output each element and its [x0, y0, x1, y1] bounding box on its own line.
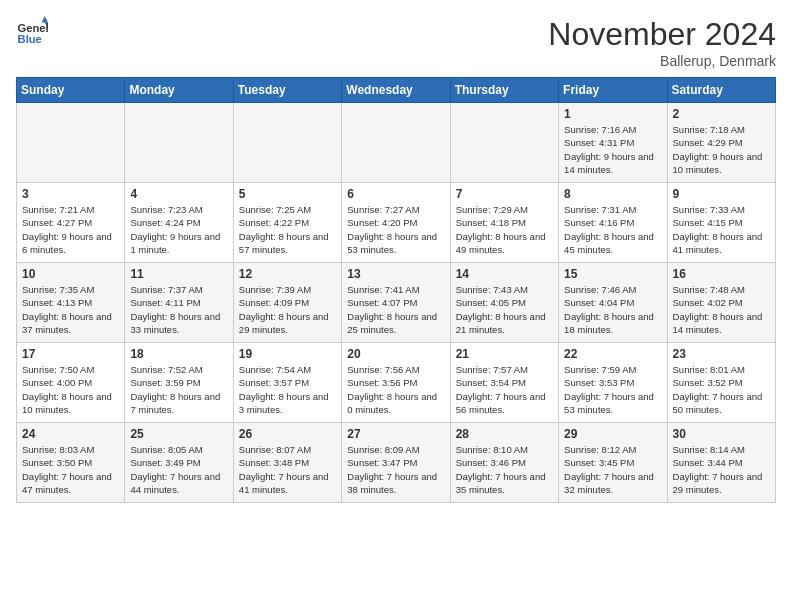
day-number: 7 [456, 187, 553, 201]
day-number: 4 [130, 187, 227, 201]
calendar-cell: 19Sunrise: 7:54 AMSunset: 3:57 PMDayligh… [233, 343, 341, 423]
svg-marker-2 [42, 16, 48, 22]
calendar-cell: 27Sunrise: 8:09 AMSunset: 3:47 PMDayligh… [342, 423, 450, 503]
day-number: 21 [456, 347, 553, 361]
calendar-cell: 3Sunrise: 7:21 AMSunset: 4:27 PMDaylight… [17, 183, 125, 263]
calendar-cell: 17Sunrise: 7:50 AMSunset: 4:00 PMDayligh… [17, 343, 125, 423]
day-info: Sunrise: 7:29 AMSunset: 4:18 PMDaylight:… [456, 203, 553, 256]
day-number: 22 [564, 347, 661, 361]
svg-text:Blue: Blue [18, 33, 42, 45]
calendar-cell: 29Sunrise: 8:12 AMSunset: 3:45 PMDayligh… [559, 423, 667, 503]
calendar-cell: 24Sunrise: 8:03 AMSunset: 3:50 PMDayligh… [17, 423, 125, 503]
calendar-cell: 4Sunrise: 7:23 AMSunset: 4:24 PMDaylight… [125, 183, 233, 263]
day-info: Sunrise: 7:57 AMSunset: 3:54 PMDaylight:… [456, 363, 553, 416]
day-number: 17 [22, 347, 119, 361]
calendar-cell: 11Sunrise: 7:37 AMSunset: 4:11 PMDayligh… [125, 263, 233, 343]
calendar-title: November 2024 [548, 16, 776, 53]
calendar-cell: 14Sunrise: 7:43 AMSunset: 4:05 PMDayligh… [450, 263, 558, 343]
day-number: 1 [564, 107, 661, 121]
logo: General Blue [16, 16, 48, 48]
day-number: 10 [22, 267, 119, 281]
calendar-cell: 30Sunrise: 8:14 AMSunset: 3:44 PMDayligh… [667, 423, 775, 503]
day-info: Sunrise: 8:09 AMSunset: 3:47 PMDaylight:… [347, 443, 444, 496]
day-number: 16 [673, 267, 770, 281]
weekday-header: Sunday [17, 78, 125, 103]
day-info: Sunrise: 8:12 AMSunset: 3:45 PMDaylight:… [564, 443, 661, 496]
day-number: 25 [130, 427, 227, 441]
day-info: Sunrise: 7:43 AMSunset: 4:05 PMDaylight:… [456, 283, 553, 336]
svg-text:General: General [18, 22, 48, 34]
day-number: 3 [22, 187, 119, 201]
calendar-cell: 23Sunrise: 8:01 AMSunset: 3:52 PMDayligh… [667, 343, 775, 423]
calendar-cell: 20Sunrise: 7:56 AMSunset: 3:56 PMDayligh… [342, 343, 450, 423]
day-number: 27 [347, 427, 444, 441]
calendar-cell: 13Sunrise: 7:41 AMSunset: 4:07 PMDayligh… [342, 263, 450, 343]
calendar-table: SundayMondayTuesdayWednesdayThursdayFrid… [16, 77, 776, 503]
day-info: Sunrise: 8:14 AMSunset: 3:44 PMDaylight:… [673, 443, 770, 496]
calendar-cell: 7Sunrise: 7:29 AMSunset: 4:18 PMDaylight… [450, 183, 558, 263]
day-number: 13 [347, 267, 444, 281]
day-info: Sunrise: 7:59 AMSunset: 3:53 PMDaylight:… [564, 363, 661, 416]
day-info: Sunrise: 7:52 AMSunset: 3:59 PMDaylight:… [130, 363, 227, 416]
logo-icon: General Blue [16, 16, 48, 48]
day-info: Sunrise: 7:21 AMSunset: 4:27 PMDaylight:… [22, 203, 119, 256]
day-number: 5 [239, 187, 336, 201]
day-number: 26 [239, 427, 336, 441]
day-info: Sunrise: 8:05 AMSunset: 3:49 PMDaylight:… [130, 443, 227, 496]
day-number: 28 [456, 427, 553, 441]
calendar-cell: 15Sunrise: 7:46 AMSunset: 4:04 PMDayligh… [559, 263, 667, 343]
calendar-cell [342, 103, 450, 183]
day-info: Sunrise: 8:03 AMSunset: 3:50 PMDaylight:… [22, 443, 119, 496]
day-number: 6 [347, 187, 444, 201]
day-number: 29 [564, 427, 661, 441]
day-info: Sunrise: 7:56 AMSunset: 3:56 PMDaylight:… [347, 363, 444, 416]
day-info: Sunrise: 7:25 AMSunset: 4:22 PMDaylight:… [239, 203, 336, 256]
calendar-cell: 12Sunrise: 7:39 AMSunset: 4:09 PMDayligh… [233, 263, 341, 343]
calendar-cell: 6Sunrise: 7:27 AMSunset: 4:20 PMDaylight… [342, 183, 450, 263]
day-number: 2 [673, 107, 770, 121]
page-header: General Blue November 2024 Ballerup, Den… [16, 16, 776, 69]
day-number: 8 [564, 187, 661, 201]
day-info: Sunrise: 7:23 AMSunset: 4:24 PMDaylight:… [130, 203, 227, 256]
calendar-subtitle: Ballerup, Denmark [548, 53, 776, 69]
calendar-cell: 16Sunrise: 7:48 AMSunset: 4:02 PMDayligh… [667, 263, 775, 343]
calendar-cell: 28Sunrise: 8:10 AMSunset: 3:46 PMDayligh… [450, 423, 558, 503]
day-number: 14 [456, 267, 553, 281]
calendar-week-row: 3Sunrise: 7:21 AMSunset: 4:27 PMDaylight… [17, 183, 776, 263]
calendar-cell [233, 103, 341, 183]
day-number: 20 [347, 347, 444, 361]
calendar-cell: 5Sunrise: 7:25 AMSunset: 4:22 PMDaylight… [233, 183, 341, 263]
day-info: Sunrise: 7:41 AMSunset: 4:07 PMDaylight:… [347, 283, 444, 336]
day-info: Sunrise: 7:39 AMSunset: 4:09 PMDaylight:… [239, 283, 336, 336]
day-number: 19 [239, 347, 336, 361]
calendar-cell: 18Sunrise: 7:52 AMSunset: 3:59 PMDayligh… [125, 343, 233, 423]
day-number: 12 [239, 267, 336, 281]
day-info: Sunrise: 7:27 AMSunset: 4:20 PMDaylight:… [347, 203, 444, 256]
day-info: Sunrise: 7:16 AMSunset: 4:31 PMDaylight:… [564, 123, 661, 176]
day-info: Sunrise: 7:46 AMSunset: 4:04 PMDaylight:… [564, 283, 661, 336]
weekday-header: Tuesday [233, 78, 341, 103]
day-info: Sunrise: 7:31 AMSunset: 4:16 PMDaylight:… [564, 203, 661, 256]
day-info: Sunrise: 7:50 AMSunset: 4:00 PMDaylight:… [22, 363, 119, 416]
calendar-cell: 22Sunrise: 7:59 AMSunset: 3:53 PMDayligh… [559, 343, 667, 423]
weekday-header: Saturday [667, 78, 775, 103]
calendar-cell: 1Sunrise: 7:16 AMSunset: 4:31 PMDaylight… [559, 103, 667, 183]
weekday-header: Wednesday [342, 78, 450, 103]
day-number: 15 [564, 267, 661, 281]
calendar-cell: 25Sunrise: 8:05 AMSunset: 3:49 PMDayligh… [125, 423, 233, 503]
calendar-header: SundayMondayTuesdayWednesdayThursdayFrid… [17, 78, 776, 103]
calendar-cell: 9Sunrise: 7:33 AMSunset: 4:15 PMDaylight… [667, 183, 775, 263]
calendar-cell: 10Sunrise: 7:35 AMSunset: 4:13 PMDayligh… [17, 263, 125, 343]
day-info: Sunrise: 7:37 AMSunset: 4:11 PMDaylight:… [130, 283, 227, 336]
day-info: Sunrise: 7:54 AMSunset: 3:57 PMDaylight:… [239, 363, 336, 416]
calendar-cell: 2Sunrise: 7:18 AMSunset: 4:29 PMDaylight… [667, 103, 775, 183]
day-number: 18 [130, 347, 227, 361]
calendar-cell [125, 103, 233, 183]
calendar-cell: 21Sunrise: 7:57 AMSunset: 3:54 PMDayligh… [450, 343, 558, 423]
calendar-week-row: 24Sunrise: 8:03 AMSunset: 3:50 PMDayligh… [17, 423, 776, 503]
calendar-week-row: 10Sunrise: 7:35 AMSunset: 4:13 PMDayligh… [17, 263, 776, 343]
day-info: Sunrise: 7:48 AMSunset: 4:02 PMDaylight:… [673, 283, 770, 336]
day-info: Sunrise: 7:35 AMSunset: 4:13 PMDaylight:… [22, 283, 119, 336]
calendar-cell: 26Sunrise: 8:07 AMSunset: 3:48 PMDayligh… [233, 423, 341, 503]
title-block: November 2024 Ballerup, Denmark [548, 16, 776, 69]
